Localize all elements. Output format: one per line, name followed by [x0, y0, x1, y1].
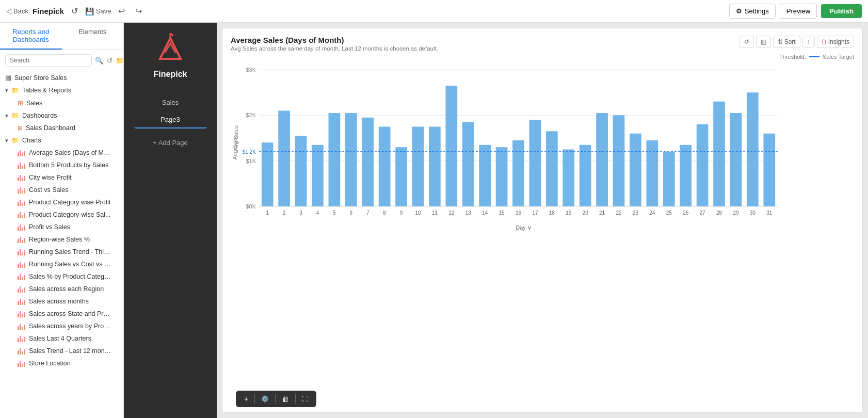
svg-text:29: 29 [733, 210, 739, 216]
svg-text:18: 18 [549, 210, 555, 216]
chart-list-item[interactable]: Store Location [0, 357, 123, 369]
folder-icon-charts: 📁 [11, 137, 19, 144]
sidebar-content: ▦ Super Store Sales ▾ 📁 Tables & Reports… [0, 71, 123, 418]
table-icon: ⊞ [18, 99, 23, 107]
chart-list-item[interactable]: Profit vs Sales [0, 221, 123, 233]
charts-folder[interactable]: ▾ 📁 Charts [0, 134, 123, 147]
chart-list-item[interactable]: Sales Last 4 Quarters [0, 332, 123, 345]
search-input[interactable] [5, 54, 92, 67]
chart-list-item[interactable]: Sales across months [0, 295, 123, 308]
insights-button[interactable]: ⟨⟩ Insights [817, 36, 854, 48]
preview-button[interactable]: Preview [780, 4, 817, 19]
svg-rect-22 [445, 86, 457, 206]
svg-text:23: 23 [633, 210, 639, 216]
dashboards-folder[interactable]: ▾ 📁 Dashboards [0, 109, 123, 122]
topbar-left: ◁ Back Finepick ↺ 💾 Save ↩ ↪ [6, 4, 725, 18]
sales-dashboard-item[interactable]: ⊞ Sales Dashboard [0, 122, 123, 134]
add-element-button[interactable]: + [240, 393, 252, 405]
svg-rect-41 [763, 134, 775, 206]
chart-header: Average Sales (Days of Month) Avg Sales … [222, 28, 862, 54]
svg-text:$1.2K: $1.2K [243, 149, 256, 155]
expand-element-button[interactable]: ⛶ [298, 393, 312, 405]
svg-text:28: 28 [716, 210, 722, 216]
svg-text:27: 27 [700, 210, 706, 216]
page-nav: Sales Page3 [124, 94, 217, 128]
chart-list-item[interactable]: Product Category-wise Sal... [0, 208, 123, 221]
sales-table-item[interactable]: ⊞ Sales [0, 97, 123, 109]
chart-list-item[interactable]: Sales Trend - Last 12 months [0, 345, 123, 357]
redo-button[interactable]: ↪ [132, 4, 145, 18]
svg-text:6: 6 [350, 210, 353, 216]
tables-reports-folder[interactable]: ▾ 📁 Tables & Reports [0, 84, 123, 97]
save-button[interactable]: 💾 Save [85, 7, 111, 15]
chart-area: Avg Sales $0K$1K$2K$3K$1.2K1234567891011… [222, 62, 862, 239]
chart-list-item[interactable]: Sales % by Product Categor... [0, 270, 123, 283]
chart-list-item[interactable]: Average Sales (Days of Mon... [0, 147, 123, 159]
svg-rect-16 [345, 113, 357, 206]
add-page-button[interactable]: + Add Page [153, 139, 188, 147]
refresh-chart-button[interactable]: ↺ [740, 36, 754, 48]
delete-element-button[interactable]: 🗑 [278, 393, 293, 405]
svg-rect-17 [362, 118, 374, 206]
svg-text:10: 10 [415, 210, 421, 216]
svg-text:2: 2 [283, 210, 286, 216]
filter-button[interactable]: ⚙️ [257, 393, 273, 405]
chart-list-item[interactable]: Bottom 5 Products by Sales [0, 159, 123, 171]
gear-icon: ⚙ [736, 7, 742, 15]
svg-text:21: 21 [599, 210, 605, 216]
page-sales[interactable]: Sales [134, 94, 206, 110]
undo-button[interactable]: ↩ [115, 4, 128, 18]
chart-list-item[interactable]: Sales across years by Produ... [0, 320, 123, 332]
back-arrow-icon: ◁ [6, 7, 11, 15]
svg-rect-39 [730, 113, 742, 206]
svg-rect-36 [680, 145, 692, 206]
svg-text:16: 16 [516, 210, 522, 216]
chart-list-item[interactable]: Region-wise Sales % [0, 233, 123, 246]
chart-title: Average Sales (Days of Month) [231, 36, 438, 44]
chart-list-item[interactable]: Sales across each Region [0, 283, 123, 295]
search-button[interactable]: 🔍 [95, 57, 104, 65]
threshold-legend: Threshold: Sales Target [222, 54, 862, 62]
chart-list-item[interactable]: Product Category wise Profit [0, 196, 123, 208]
refresh-button[interactable]: ↺ [68, 4, 81, 18]
search-bar: 🔍 ↺ 📁 [0, 50, 123, 71]
svg-text:Day ∨: Day ∨ [516, 224, 532, 231]
logo-area: Finepick [154, 33, 187, 79]
chart-list-item[interactable]: Running Sales vs Cost vs Pr... [0, 258, 123, 270]
expand-icon-dash: ▾ [5, 112, 8, 119]
left-sidebar: Reports and Dashboards Elements 🔍 ↺ 📁 ▦ … [0, 23, 124, 418]
svg-text:$2K: $2K [246, 112, 256, 118]
back-button[interactable]: ◁ Back [6, 7, 28, 15]
chart-list-item[interactable]: Cost vs Sales [0, 184, 123, 196]
svg-rect-31 [596, 113, 608, 206]
share-button[interactable]: ↑ [802, 36, 815, 48]
svg-text:14: 14 [482, 210, 488, 216]
datasource-item[interactable]: ▦ Super Store Sales [0, 71, 123, 84]
toolbar-divider-2 [275, 394, 276, 404]
publish-button[interactable]: Publish [821, 4, 862, 18]
new-folder-button[interactable]: 📁 [116, 57, 124, 65]
chart-list-item[interactable]: Running Sales Trend - This ... [0, 246, 123, 258]
svg-rect-25 [496, 147, 508, 206]
svg-rect-19 [395, 147, 407, 206]
chart-list-item[interactable]: Sales across State and Prod... [0, 308, 123, 320]
tab-reports-dashboards[interactable]: Reports and Dashboards [0, 23, 62, 50]
tab-elements[interactable]: Elements [62, 23, 124, 50]
chart-type-button[interactable]: ▥ [756, 36, 771, 48]
svg-rect-21 [429, 126, 441, 206]
settings-button[interactable]: ⚙ Settings [729, 4, 776, 19]
svg-rect-38 [713, 102, 725, 206]
refresh-tree-button[interactable]: ↺ [107, 57, 112, 65]
logo-text: Finepick [154, 70, 187, 79]
svg-rect-35 [663, 152, 675, 206]
svg-rect-20 [412, 126, 424, 206]
svg-text:3: 3 [299, 210, 302, 216]
page-page3[interactable]: Page3 [134, 111, 206, 128]
chart-subtitle: Avg Sales across the same day of month. … [231, 45, 438, 52]
svg-text:31: 31 [766, 210, 773, 216]
svg-rect-40 [747, 92, 759, 206]
chart-list-item[interactable]: City wise Profit [0, 171, 123, 184]
svg-marker-0 [160, 38, 181, 59]
db-icon: ▦ [5, 74, 11, 82]
sort-button[interactable]: ⇅ Sort [773, 36, 800, 48]
